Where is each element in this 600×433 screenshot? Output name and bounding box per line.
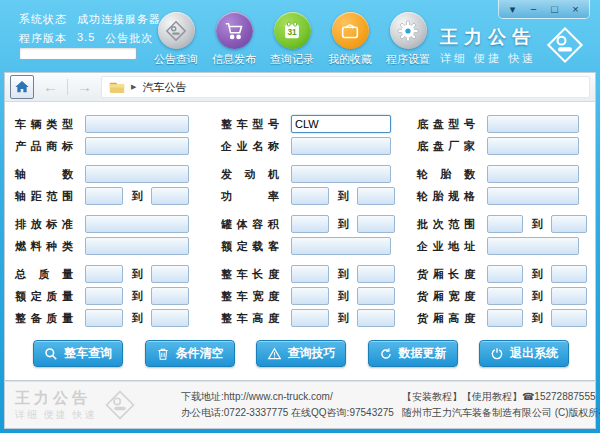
chassis-manufacturer-field: 底盘厂家 (417, 137, 595, 155)
total-mass-input[interactable] (151, 265, 189, 283)
cargo-height-input[interactable] (551, 309, 587, 327)
minimize-icon[interactable]: − (524, 2, 543, 17)
curb-mass-field: 整备质量到 (15, 309, 221, 327)
vehicle-length-input[interactable] (357, 265, 395, 283)
product-brand-input[interactable] (85, 137, 189, 155)
tank-volume-input[interactable] (291, 215, 329, 233)
range-to-label: 到 (329, 311, 357, 326)
exit-system-button[interactable]: 退出系统 (479, 340, 569, 367)
breadcrumb-tab[interactable]: ▶ 汽车公告 (101, 76, 590, 98)
engine-input[interactable] (291, 165, 391, 183)
cargo-height-input[interactable] (487, 309, 523, 327)
field-label: 底盘型号 (417, 117, 475, 132)
nav-bar: ← → ▶ 汽车公告 (4, 72, 596, 102)
toolbar-item-favorites[interactable]: 我的收藏 (321, 12, 379, 67)
company-address-input[interactable] (487, 237, 579, 255)
curb-mass-input[interactable] (151, 309, 189, 327)
button-label: 整车查询 (64, 345, 112, 362)
axle-count-field: 轴数 (15, 165, 221, 183)
close-icon[interactable]: × (566, 2, 585, 17)
company-name-input[interactable] (291, 137, 391, 155)
fuel-type-input[interactable] (85, 237, 189, 255)
footer-contact-block: 下载地址:http://www.cn-truck.com/ 办公电话:0722-… (181, 389, 394, 421)
wheelbase-range-input[interactable] (151, 187, 189, 205)
rated-mass-field: 额定质量到 (15, 287, 221, 305)
batch-range-input[interactable] (487, 215, 523, 233)
vehicle-length-input[interactable] (291, 265, 329, 283)
vehicle-height-input[interactable] (291, 309, 329, 327)
form-group: 轴数发动机轮胎数轴距范围到功率到轮胎规格 (15, 164, 595, 206)
range-to-label: 到 (329, 289, 357, 304)
vehicle-type-field: 车辆类型 (15, 115, 221, 133)
toolbar-label: 信息发布 (212, 52, 256, 67)
range-to-label: 到 (523, 217, 551, 232)
chassis-model-input[interactable] (487, 115, 579, 133)
range-to-label: 到 (329, 267, 357, 282)
fuel-type-field: 燃料种类 (15, 237, 221, 255)
forward-arrow-icon[interactable]: → (72, 76, 97, 98)
home-icon (14, 79, 30, 95)
button-label: 退出系统 (510, 345, 558, 362)
field-label: 底盘厂家 (417, 139, 475, 154)
tank-volume-input[interactable] (357, 215, 395, 233)
rated-passengers-input[interactable] (291, 237, 391, 255)
total-mass-field: 总质量到 (15, 265, 221, 283)
maximize-icon[interactable]: □ (545, 2, 564, 17)
search-tips-button[interactable]: 查询技巧 (256, 340, 346, 367)
range-to-label: 到 (329, 189, 357, 204)
range-to-label: 到 (523, 267, 551, 282)
cargo-width-input[interactable] (487, 287, 523, 305)
toolbar-item-publish[interactable]: 信息发布 (205, 12, 263, 67)
cargo-length-input[interactable] (551, 265, 587, 283)
cargo-length-input[interactable] (487, 265, 523, 283)
chassis-manufacturer-input[interactable] (487, 137, 579, 155)
curb-mass-input[interactable] (85, 309, 123, 327)
vehicle-height-input[interactable] (357, 309, 395, 327)
home-button[interactable] (10, 75, 34, 99)
tire-spec-input[interactable] (487, 187, 579, 205)
tank-volume-field: 罐体容积到 (221, 215, 417, 233)
emission-standard-input[interactable] (85, 215, 189, 233)
version-value: 3.5 (77, 31, 95, 46)
vehicle-type-input[interactable] (85, 115, 189, 133)
toolbar-item-query-history[interactable]: 31 查询记录 (263, 12, 321, 67)
toolbar-label: 查询记录 (270, 52, 314, 67)
clear-conditions-button[interactable]: 条件清空 (145, 340, 235, 367)
wheelbase-range-field: 轴距范围到 (15, 187, 221, 205)
form-group: 排放标准罐体容积到批次范围到燃料种类额定载客企业地址 (15, 214, 595, 256)
total-mass-input[interactable] (85, 265, 123, 283)
form-row: 轴距范围到功率到轮胎规格 (15, 186, 595, 206)
brand-block: 王力公告 详细 便捷 快速 (440, 24, 586, 66)
field-label: 批次范围 (417, 217, 475, 232)
tutorial-links[interactable]: 【安装教程】【使用教程】☎15272887555 (402, 389, 600, 405)
svg-text:31: 31 (287, 28, 297, 37)
tire-count-input[interactable] (487, 165, 579, 183)
toolbar-item-announcement-query[interactable]: 公告查询 (147, 12, 205, 67)
nav-divider (67, 79, 68, 95)
back-arrow-icon[interactable]: ← (38, 76, 63, 98)
rated-mass-input[interactable] (151, 287, 189, 305)
range-to-label: 到 (523, 289, 551, 304)
batch-range-input[interactable] (551, 215, 587, 233)
vehicle-width-input[interactable] (357, 287, 395, 305)
vehicle-model-input[interactable] (291, 115, 391, 133)
vehicle-height-field: 整车高度到 (221, 309, 417, 327)
cargo-width-input[interactable] (551, 287, 587, 305)
tire-spec-field: 轮胎规格 (417, 187, 595, 205)
cargo-width-field: 货厢宽度到 (417, 287, 595, 305)
power-input[interactable] (357, 187, 395, 205)
axle-count-input[interactable] (85, 165, 189, 183)
range-to-label: 到 (123, 311, 151, 326)
rated-mass-input[interactable] (85, 287, 123, 305)
wheelbase-range-input[interactable] (85, 187, 123, 205)
office-phone: 办公电话:0722-3337775 在线QQ咨询:97543275 (181, 405, 394, 421)
power-input[interactable] (291, 187, 329, 205)
field-label: 整车长度 (221, 267, 279, 282)
form-row: 总质量到整车长度到货厢长度到 (15, 264, 595, 284)
toolbar-item-settings[interactable]: 程序设置 (379, 12, 437, 67)
search-icon (44, 347, 58, 361)
rollup-icon[interactable]: ▾ (503, 2, 522, 17)
vehicle-width-input[interactable] (291, 287, 329, 305)
data-update-button[interactable]: 数据更新 (368, 340, 458, 367)
vehicle-search-button[interactable]: 整车查询 (33, 340, 123, 367)
